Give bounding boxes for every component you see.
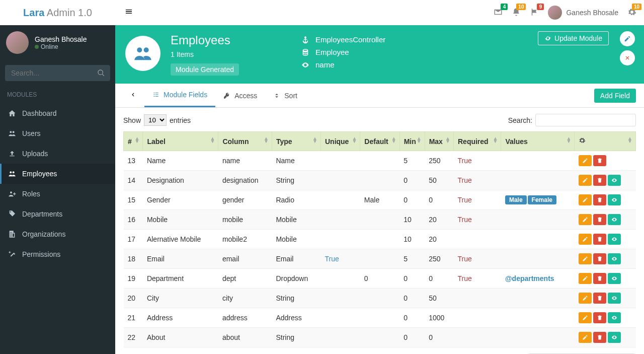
row-edit-button[interactable] xyxy=(579,273,592,284)
sidebar-user-status: Online xyxy=(35,43,87,50)
sort-icon xyxy=(273,92,280,99)
row-delete-button[interactable] xyxy=(593,273,606,284)
tags-icon xyxy=(8,210,16,218)
tab-module-fields[interactable]: Module Fields xyxy=(144,84,215,107)
row-delete-button[interactable] xyxy=(593,155,606,166)
sidebar-item-dashboard[interactable]: Dashboard xyxy=(0,103,115,123)
sidebar-item-organizations[interactable]: Organizations xyxy=(0,224,115,244)
flag-notif[interactable]: 9 xyxy=(530,8,539,18)
dt-search-input[interactable] xyxy=(535,114,636,126)
add-field-button[interactable]: Add Field xyxy=(594,89,636,103)
sidebar-item-label: Employees xyxy=(22,170,57,178)
times-icon xyxy=(624,54,631,61)
bell-notif[interactable]: 10 xyxy=(512,8,521,18)
row-view-button[interactable] xyxy=(608,312,621,323)
row-edit-button[interactable] xyxy=(579,312,592,323)
row-edit-button[interactable] xyxy=(579,175,592,186)
user-name: Ganesh Bhosale xyxy=(566,9,618,17)
sidebar-item-employees[interactable]: Employees xyxy=(0,164,115,184)
col-values[interactable]: Values▲▼ xyxy=(501,132,575,151)
row-edit-button[interactable] xyxy=(579,194,592,205)
row-view-button[interactable] xyxy=(608,175,621,186)
trash-icon xyxy=(597,334,603,340)
module-icon xyxy=(125,36,160,71)
trash-icon xyxy=(597,275,603,281)
row-delete-button[interactable] xyxy=(593,332,606,343)
col-default[interactable]: Default▲▼ xyxy=(360,132,399,151)
sidebar-item-label: Roles xyxy=(22,190,40,198)
trash-icon xyxy=(597,236,603,242)
eye-icon xyxy=(611,217,617,223)
row-delete-button[interactable] xyxy=(593,293,606,304)
sidebar-item-departments[interactable]: Departments xyxy=(0,204,115,224)
row-view-button[interactable] xyxy=(608,194,621,205)
module-badge: Module Generated xyxy=(171,63,239,76)
sidebar-item-uploads[interactable]: Uploads xyxy=(0,144,115,164)
update-module-button[interactable]: Update Module xyxy=(538,31,609,45)
col-min[interactable]: Min▲▼ xyxy=(399,132,425,151)
col-column[interactable]: Column▲▼ xyxy=(218,132,272,151)
table-row: 17Alernative Mobilemobile2Mobile1020 xyxy=(124,230,636,249)
pencil-icon xyxy=(624,35,631,42)
row-edit-button[interactable] xyxy=(579,155,592,166)
col-label[interactable]: Label▲▼ xyxy=(143,132,218,151)
row-edit-button[interactable] xyxy=(579,234,592,245)
anchor-icon xyxy=(301,36,309,44)
col-actions: ▲▼ xyxy=(575,132,636,151)
tab-access[interactable]: Access xyxy=(215,85,265,107)
tab-sort[interactable]: Sort xyxy=(265,85,305,107)
brand-logo[interactable]: Lara Admin 1.0 xyxy=(0,0,115,25)
gear-notif[interactable]: 10 xyxy=(627,8,636,18)
sidebar-item-permissions[interactable]: Permissions xyxy=(0,244,115,264)
row-delete-button[interactable] xyxy=(593,312,606,323)
row-edit-button[interactable] xyxy=(579,253,592,264)
row-view-button[interactable] xyxy=(608,293,621,304)
sidebar-toggle[interactable] xyxy=(123,6,135,20)
gear-badge: 10 xyxy=(632,4,641,10)
row-view-button[interactable] xyxy=(608,253,621,264)
refresh-icon xyxy=(544,35,551,42)
eye-icon xyxy=(611,295,617,301)
tab-back[interactable] xyxy=(125,84,140,107)
row-view-button[interactable] xyxy=(608,332,621,343)
module-delete-button[interactable] xyxy=(620,50,635,65)
search-icon[interactable] xyxy=(97,69,105,79)
col-type[interactable]: Type▲▼ xyxy=(272,132,320,151)
row-delete-button[interactable] xyxy=(593,175,606,186)
module-edit-button[interactable] xyxy=(620,31,635,46)
table-row: 22AboutaboutString00 xyxy=(124,328,636,347)
table-row: 19DepartmentdeptDropdown000True@departme… xyxy=(124,269,636,289)
sidebar-item-label: Uploads xyxy=(22,150,48,158)
user-menu[interactable]: Ganesh Bhosale xyxy=(548,6,618,20)
dt-length-select[interactable]: 10 xyxy=(144,114,167,126)
col-max[interactable]: Max▲▼ xyxy=(425,132,453,151)
col-#[interactable]: #▲▼ xyxy=(124,132,143,151)
trash-icon xyxy=(597,177,603,183)
sidebar-item-label: Permissions xyxy=(22,250,60,258)
row-delete-button[interactable] xyxy=(593,234,606,245)
row-delete-button[interactable] xyxy=(593,194,606,205)
pencil-icon xyxy=(582,236,588,242)
module-controller-row: EmployeesController xyxy=(301,33,385,46)
row-edit-button[interactable] xyxy=(579,214,592,225)
row-view-button[interactable] xyxy=(608,214,621,225)
trash-icon xyxy=(597,295,603,301)
sidebar-avatar xyxy=(6,31,29,54)
sidebar-item-label: Dashboard xyxy=(22,109,57,117)
row-view-button[interactable] xyxy=(608,234,621,245)
avatar xyxy=(548,6,562,20)
sidebar-item-users[interactable]: Users xyxy=(0,123,115,144)
row-delete-button[interactable] xyxy=(593,253,606,264)
row-delete-button[interactable] xyxy=(593,214,606,225)
sidebar-search-input[interactable] xyxy=(5,65,110,81)
sidebar-item-roles[interactable]: Roles xyxy=(0,184,115,204)
row-view-button[interactable] xyxy=(608,273,621,284)
col-required[interactable]: Required▲▼ xyxy=(453,132,501,151)
trash-icon xyxy=(597,217,603,223)
mail-notif[interactable]: 4 xyxy=(494,8,503,18)
users-icon xyxy=(8,129,16,137)
row-edit-button[interactable] xyxy=(579,293,592,304)
row-edit-button[interactable] xyxy=(579,332,592,343)
col-unique[interactable]: Unique▲▼ xyxy=(320,132,360,151)
eye-icon xyxy=(611,275,617,281)
